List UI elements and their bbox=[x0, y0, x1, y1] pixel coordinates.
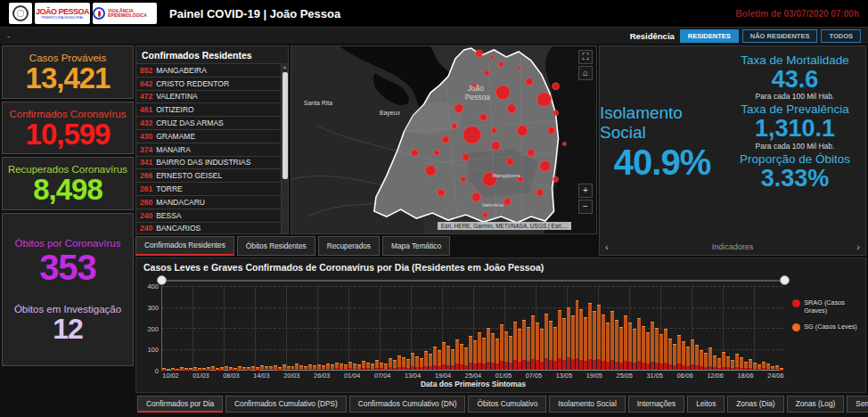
case-bubble[interactable] bbox=[480, 114, 487, 121]
bar-day[interactable] bbox=[322, 286, 325, 370]
legend-item[interactable]: SRAG (Casos Graves) bbox=[792, 298, 858, 315]
list-item[interactable]: 240BANCARIOS bbox=[136, 222, 281, 233]
list-item[interactable]: 261TORRE bbox=[136, 182, 281, 195]
bar-day[interactable] bbox=[344, 286, 348, 370]
bar-day[interactable] bbox=[717, 286, 721, 370]
bar-day[interactable] bbox=[238, 286, 242, 370]
case-bubble[interactable] bbox=[438, 189, 445, 196]
bar-day[interactable] bbox=[562, 286, 566, 370]
list-item[interactable]: 240BESSA bbox=[136, 208, 281, 222]
bar-day[interactable] bbox=[402, 286, 405, 370]
filter-button-residentes[interactable]: RESIDENTES bbox=[680, 29, 739, 43]
list-item[interactable]: 852MANGABEIRA bbox=[136, 63, 281, 77]
case-bubble[interactable] bbox=[461, 176, 466, 182]
bar-day[interactable] bbox=[375, 286, 379, 370]
bar-day[interactable] bbox=[265, 286, 268, 370]
bar-day[interactable] bbox=[216, 286, 219, 370]
case-bubble[interactable] bbox=[537, 93, 552, 107]
list-scrollbar[interactable]: ▲ bbox=[281, 63, 288, 233]
list-item[interactable]: 432CRUZ DAS ARMAS bbox=[136, 116, 281, 129]
bar-day[interactable] bbox=[415, 286, 419, 370]
bar-day[interactable] bbox=[189, 286, 192, 370]
bar-day[interactable] bbox=[482, 286, 486, 370]
bar-day[interactable] bbox=[593, 286, 596, 370]
bar-day[interactable] bbox=[287, 286, 291, 370]
list-item[interactable]: 374MANAIRA bbox=[136, 143, 281, 156]
chart-tab-interna-es[interactable]: Internações bbox=[628, 396, 684, 413]
chart-tab-zonas-dia-[interactable]: Zonas (Dia) bbox=[727, 396, 783, 413]
bar-day[interactable] bbox=[659, 286, 663, 370]
bar-day[interactable] bbox=[220, 286, 224, 370]
bar-day[interactable] bbox=[389, 286, 392, 370]
case-bubble[interactable] bbox=[540, 160, 551, 171]
bar-day[interactable] bbox=[610, 286, 614, 370]
case-bubble[interactable] bbox=[472, 192, 481, 201]
map-tab--bitos-residentes[interactable]: Óbitos Residentes bbox=[237, 236, 315, 256]
map-canvas[interactable]: Santa RitaBayeuxJoãoPessoaMangabeiraVale… bbox=[291, 46, 596, 233]
bar-day[interactable] bbox=[695, 286, 699, 370]
bar-day[interactable] bbox=[567, 286, 570, 370]
bar-day[interactable] bbox=[455, 286, 459, 370]
bar-day[interactable] bbox=[619, 286, 623, 370]
case-bubble[interactable] bbox=[482, 212, 487, 217]
bar-day[interactable] bbox=[198, 286, 201, 370]
bar-day[interactable] bbox=[256, 286, 259, 370]
list-item[interactable]: 266ERNESTO GEISEL bbox=[136, 168, 281, 182]
bar-day[interactable] bbox=[438, 286, 441, 370]
bar-day[interactable] bbox=[371, 286, 374, 370]
chart-tab-confirmados-por-dia[interactable]: Confirmados por Dia bbox=[137, 396, 223, 413]
bar-day[interactable] bbox=[420, 286, 423, 370]
list-item[interactable]: 260MANDACARU bbox=[136, 195, 281, 208]
bar-day[interactable] bbox=[487, 286, 490, 370]
bar-day[interactable] bbox=[406, 286, 410, 370]
bar-day[interactable] bbox=[295, 286, 299, 370]
bar-day[interactable] bbox=[682, 286, 685, 370]
bar-day[interactable] bbox=[495, 286, 499, 370]
case-bubble[interactable] bbox=[491, 128, 496, 134]
bar-day[interactable] bbox=[615, 286, 618, 370]
case-bubble[interactable] bbox=[536, 189, 544, 196]
bar-day[interactable] bbox=[545, 286, 548, 370]
bar-day[interactable] bbox=[424, 286, 428, 370]
case-bubble[interactable] bbox=[463, 153, 470, 160]
bar-day[interactable] bbox=[731, 286, 734, 370]
bar-day[interactable] bbox=[708, 286, 712, 370]
bar-day[interactable] bbox=[518, 286, 521, 370]
bar-day[interactable] bbox=[579, 286, 583, 370]
scrollbar-thumb[interactable] bbox=[283, 72, 288, 179]
case-bubble[interactable] bbox=[506, 158, 513, 165]
bar-day[interactable] bbox=[606, 286, 610, 370]
bar-day[interactable] bbox=[340, 286, 343, 370]
chart-tab--bitos-cumulativo[interactable]: Óbitos Cumulativo bbox=[468, 396, 546, 413]
bar-day[interactable] bbox=[274, 286, 277, 370]
bar-day[interactable] bbox=[655, 286, 659, 370]
bar-day[interactable] bbox=[167, 286, 170, 370]
bar-day[interactable] bbox=[331, 286, 334, 370]
scroll-up-icon[interactable]: ▲ bbox=[282, 63, 288, 71]
bar-day[interactable] bbox=[713, 286, 717, 370]
bar-day[interactable] bbox=[771, 286, 774, 370]
bar-day[interactable] bbox=[233, 286, 237, 370]
list-item[interactable]: 461OITIZEIRO bbox=[136, 102, 281, 116]
bar-day[interactable] bbox=[207, 286, 210, 370]
bar-day[interactable] bbox=[780, 286, 783, 370]
bar-day[interactable] bbox=[291, 286, 295, 370]
bar-day[interactable] bbox=[478, 286, 481, 370]
bar-day[interactable] bbox=[283, 286, 286, 370]
bar-day[interactable] bbox=[260, 286, 264, 370]
bar-day[interactable] bbox=[299, 286, 303, 370]
bar-day[interactable] bbox=[704, 286, 708, 370]
home-icon[interactable]: ⌂ bbox=[578, 66, 593, 80]
bar-day[interactable] bbox=[225, 286, 228, 370]
list-item[interactable]: 341BAIRRO DAS INDUSTRIAS bbox=[136, 156, 281, 169]
map-tab-confirmados-residentes[interactable]: Confirmados Residentes bbox=[135, 236, 234, 256]
bar-day[interactable] bbox=[491, 286, 495, 370]
bar-day[interactable] bbox=[384, 286, 388, 370]
bar-day[interactable] bbox=[251, 286, 255, 370]
bar-day[interactable] bbox=[766, 286, 770, 370]
case-bubble[interactable] bbox=[476, 50, 483, 57]
bar-day[interactable] bbox=[193, 286, 197, 370]
bar-day[interactable] bbox=[451, 286, 454, 370]
bar-day[interactable] bbox=[380, 286, 383, 370]
case-bubble[interactable] bbox=[411, 149, 418, 156]
